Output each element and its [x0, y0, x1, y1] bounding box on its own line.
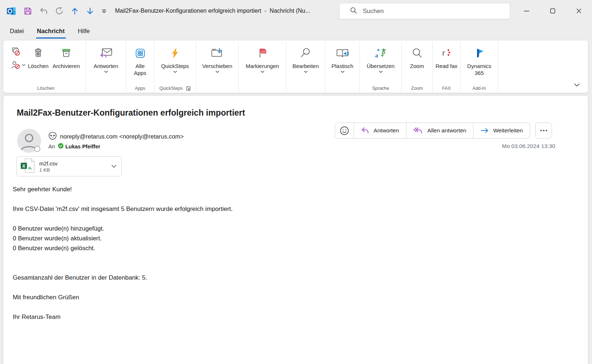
ribbon-dynamics-button[interactable]: Dynamics 365: [463, 43, 495, 76]
attachment-card[interactable]: a, X m2f.csv 1 KB: [16, 156, 122, 176]
undo-icon[interactable]: [39, 7, 48, 15]
ribbon-reply-button[interactable]: Antworten: [88, 43, 123, 73]
more-actions-button[interactable]: [535, 123, 552, 139]
close-icon[interactable]: [566, 0, 592, 22]
reply-all-button[interactable]: Allen antworten: [406, 123, 473, 138]
ribbon: Löschen Archivieren Löschen: [3, 40, 588, 93]
chevron-down-icon: [304, 71, 308, 73]
minimize-icon[interactable]: [513, 0, 540, 22]
read-fax-icon: r: [441, 45, 452, 61]
message-date: Mo 03.06.2024 13:30: [502, 143, 555, 149]
ribbon-edit-button[interactable]: Bearbeiten: [289, 43, 322, 73]
qat-chevron-icon[interactable]: [101, 8, 107, 14]
ignore-mail-button[interactable]: [11, 47, 25, 56]
ribbon-group-addin: Dynamics 365 Add-In: [461, 42, 498, 93]
save-icon[interactable]: [23, 7, 32, 16]
forward-arrow-icon: [480, 127, 489, 134]
svg-text:a,: a,: [28, 165, 32, 170]
ribbon-group-sprache: a Übersetzen Sprache: [360, 42, 402, 93]
ribbon-read-fax-button[interactable]: r Read fax: [435, 43, 458, 69]
body-line: [13, 194, 566, 204]
ribbon-delete-button[interactable]: Löschen: [27, 43, 49, 69]
ribbon-group-quicksteps: QuickSteps QuickSteps: [154, 42, 196, 93]
ribbon-group-loeschen: Löschen Archivieren Löschen: [6, 42, 86, 93]
alien-icon: [48, 132, 57, 141]
to-label: An: [48, 144, 55, 149]
dynamics-icon: [474, 45, 485, 61]
search-input[interactable]: Suchen: [339, 3, 510, 19]
zoom-icon: [412, 45, 422, 61]
search-placeholder: Suchen: [363, 8, 384, 15]
outlook-logo[interactable]: [7, 6, 16, 16]
sender-address[interactable]: noreply@retarus.com <noreply@retarus.com…: [60, 133, 184, 140]
forward-button[interactable]: Weiterleiten: [473, 123, 530, 138]
ribbon-zoom-button[interactable]: Zoom: [404, 43, 430, 69]
collapse-ribbon-chevron-icon[interactable]: [574, 82, 580, 88]
ribbon-group-verschieben: Verschieben: [196, 42, 239, 93]
ribbon-group-label: FAX: [433, 86, 460, 91]
chevron-down-icon: [104, 71, 108, 73]
tab-hilfe[interactable]: Hilfe: [77, 22, 91, 40]
body-line: Ihre CSV-Datei 'm2f.csv' mit insgesamt 5…: [13, 204, 566, 214]
avatar[interactable]: [17, 128, 41, 153]
chevron-down-icon: [379, 71, 383, 73]
reply-all-arrow-icon: [413, 127, 424, 135]
maximize-icon[interactable]: [540, 0, 566, 22]
recipient[interactable]: Lukas Pfeiffer: [58, 143, 100, 150]
move-down-icon[interactable]: [86, 7, 94, 15]
ribbon-group-bearbeiten: Bearbeiten: [286, 42, 325, 93]
chevron-down-icon[interactable]: [111, 165, 116, 168]
svg-text:a: a: [375, 52, 378, 59]
ribbon-group-markierungen: Markierungen: [239, 42, 286, 93]
ribbon-group-label: Apps: [126, 86, 154, 91]
ribbon-group-zoom: Zoom Zoom: [402, 42, 433, 93]
body-line: Sehr geehrter Kunde!: [13, 184, 566, 194]
recipient-line: An Lukas Pfeiffer: [48, 143, 100, 150]
ribbon-translate-button[interactable]: a Übersetzen: [362, 43, 399, 73]
ribbon-move-button[interactable]: Verschieben: [199, 43, 236, 73]
ribbon-flag-button[interactable]: Markierungen: [241, 43, 283, 73]
ribbon-group-fax: r Read fax FAX: [433, 42, 461, 93]
chevron-down-icon: [215, 71, 219, 73]
ribbon-group-label: Sprache: [360, 86, 401, 91]
message-actions: Antworten Allen antworten Weiterlei: [335, 123, 552, 139]
body-line: 0 Benutzer wurde(n) hinzugefügt.: [13, 224, 566, 233]
body-line: [13, 263, 566, 273]
tab-nachricht[interactable]: Nachricht: [36, 22, 66, 40]
ribbon-immersive-button[interactable]: Plastisch: [328, 43, 357, 73]
body-line: [13, 283, 566, 292]
immersive-reader-icon: [336, 45, 349, 61]
reply-arrow-icon: [361, 127, 370, 135]
ribbon-group-antworten: Antworten: [86, 42, 126, 93]
block-sender-button[interactable]: [11, 60, 25, 69]
tab-datei[interactable]: Datei: [9, 22, 25, 40]
lightning-icon: [170, 45, 180, 61]
attachment-info: m2f.csv 1 KB: [39, 160, 107, 173]
reply-button[interactable]: Antworten: [354, 123, 406, 138]
body-line: Gesamtanzahl der Benutzer in der Datenba…: [13, 273, 566, 283]
body-line: Ihr Retarus-Team: [13, 312, 566, 322]
attachment-name: m2f.csv: [39, 160, 107, 167]
menu-bar: Datei Nachricht Hilfe: [0, 22, 91, 40]
ignore-block-buttons: [9, 43, 27, 69]
flag-icon: [257, 45, 267, 61]
presence-indicator: [35, 146, 40, 152]
body-line: [13, 302, 566, 312]
outlook-message-window: Mail2Fax-Benutzer-Konfigurationen erfolg…: [0, 0, 592, 364]
body-line: 0 Benutzer wurde(n) aktualisiert.: [13, 233, 566, 243]
reply-button-group: Antworten Allen antworten Weiterlei: [335, 123, 530, 139]
message-pane: Mail2Fax-Benutzer-Konfigurationen erfolg…: [3, 95, 588, 364]
window-title: Mail2Fax-Benutzer-Konfigurationen erfolg…: [115, 0, 310, 22]
ribbon-group-label: Zoom: [402, 86, 432, 91]
move-up-icon[interactable]: [71, 7, 79, 15]
ribbon-all-apps-button[interactable]: Alle Apps: [129, 43, 151, 76]
dialog-launcher-icon[interactable]: [186, 86, 191, 91]
ribbon-archive-button[interactable]: Archivieren: [49, 43, 83, 69]
ribbon-group-label: Add-In: [461, 86, 498, 91]
verified-check-icon: [58, 143, 64, 150]
message-subject: Mail2Fax-Benutzer-Konfigurationen erfolg…: [17, 108, 245, 118]
ribbon-quicksteps-button[interactable]: QuickSteps: [157, 43, 193, 73]
redo-icon[interactable]: [55, 7, 64, 15]
reactions-button[interactable]: [335, 123, 354, 138]
translate-icon: a: [375, 45, 387, 61]
